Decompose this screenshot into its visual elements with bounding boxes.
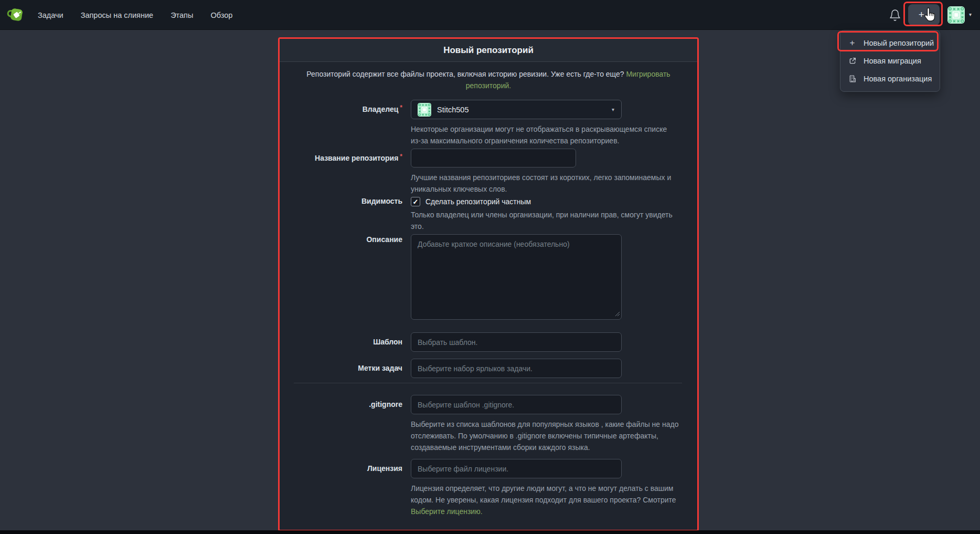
owner-label: Владелец* <box>280 100 411 146</box>
menu-item-label: Новая организация <box>864 75 932 83</box>
license-row: Лицензия Лицензия определяет, что другие… <box>280 459 697 517</box>
description-textarea[interactable] <box>411 234 622 320</box>
top-navbar: Задачи Запросы на слияние Этапы Обзор + … <box>0 0 980 30</box>
menu-item-new-repository[interactable]: + Новый репозиторий <box>840 34 940 52</box>
migrate-repository-link[interactable]: репозиторий. <box>466 81 511 90</box>
owner-select[interactable]: Stitch505 ▾ <box>411 100 622 119</box>
repo-name-row: Название репозитория* Лучшие названия ре… <box>280 149 697 195</box>
migrate-repository-link[interactable]: Мигрировать <box>626 70 670 78</box>
template-input[interactable] <box>411 332 622 352</box>
create-new-button[interactable]: + ▾ <box>908 4 940 25</box>
visibility-label: Видимость <box>280 196 411 232</box>
owner-avatar <box>418 103 431 117</box>
new-repository-form: Новый репозиторий Репозиторий содержит в… <box>278 37 699 531</box>
form-intro: Репозиторий содержит все файлы проекта, … <box>280 68 697 91</box>
gitignore-label: .gitignore <box>280 395 411 453</box>
nav-item-milestones[interactable]: Этапы <box>171 11 193 19</box>
template-label: Шаблон <box>280 332 411 352</box>
gitea-logo[interactable] <box>7 5 26 24</box>
gitignore-input[interactable] <box>411 395 622 414</box>
issue-labels-input[interactable] <box>411 359 622 378</box>
license-input[interactable] <box>411 459 622 478</box>
form-header: Новый репозиторий <box>280 39 697 62</box>
menu-item-label: Новый репозиторий <box>864 39 934 47</box>
description-row: Описание <box>280 234 697 322</box>
page-title: Новый репозиторий <box>443 45 534 56</box>
gitignore-row: .gitignore Выберите из списка шаблонов д… <box>280 395 697 453</box>
required-asterisk: * <box>400 153 402 160</box>
issue-labels-row: Метки задач <box>280 359 697 378</box>
bottom-strip <box>0 530 980 534</box>
migrate-icon <box>848 57 857 66</box>
visibility-help: Только владелец или члены организации, п… <box>411 209 657 232</box>
license-label: Лицензия <box>280 459 411 517</box>
navbar-links: Задачи Запросы на слияние Этапы Обзор <box>38 0 232 30</box>
plus-icon: + <box>848 39 857 48</box>
template-row: Шаблон <box>280 332 697 352</box>
user-menu-caret-icon[interactable]: ▾ <box>969 12 972 17</box>
nav-item-explore[interactable]: Обзор <box>210 11 232 19</box>
private-checkbox-label[interactable]: Сделать репозиторий частным <box>425 197 531 206</box>
menu-item-label: Новая миграция <box>864 57 921 65</box>
required-asterisk: * <box>400 104 402 111</box>
description-label: Описание <box>280 234 411 322</box>
organization-icon <box>848 75 857 83</box>
resize-handle-icon[interactable] <box>615 309 620 319</box>
choose-license-link[interactable]: Выберите лицензию. <box>411 507 483 516</box>
nav-item-issues[interactable]: Задачи <box>38 11 63 19</box>
owner-row: Владелец* <box>280 100 697 146</box>
create-dropdown-menu: + Новый репозиторий Новая миграция Новая… <box>840 30 940 92</box>
owner-value: Stitch505 <box>437 106 468 114</box>
visibility-row: Видимость ✓ Сделать репозиторий частным … <box>280 196 697 232</box>
repo-name-label: Название репозитория* <box>280 149 411 195</box>
section-divider <box>294 383 682 383</box>
repo-name-help: Лучшие названия репозиториев состоят из … <box>411 172 657 195</box>
issue-labels-label: Метки задач <box>280 359 411 378</box>
gitignore-help: Выберите из списка шаблонов для популярн… <box>411 418 657 453</box>
menu-item-new-migration[interactable]: Новая миграция <box>840 52 940 70</box>
notifications-bell-icon[interactable] <box>889 9 901 22</box>
menu-item-new-organization[interactable]: Новая организация <box>840 70 940 88</box>
intro-text: Репозиторий содержит все файлы проекта, … <box>306 70 624 78</box>
repo-name-input[interactable] <box>411 149 576 167</box>
nav-item-pull-requests[interactable]: Запросы на слияние <box>81 11 153 19</box>
private-checkbox[interactable]: ✓ <box>411 197 420 206</box>
owner-help: Некоторые организации могут не отображат… <box>411 123 657 146</box>
plus-icon: + <box>919 9 924 20</box>
chevron-down-icon: ▾ <box>927 13 930 18</box>
user-avatar[interactable] <box>947 6 965 24</box>
chevron-down-icon: ▾ <box>612 107 614 112</box>
license-help: Лицензия определяет, что другие люди мог… <box>411 483 657 517</box>
